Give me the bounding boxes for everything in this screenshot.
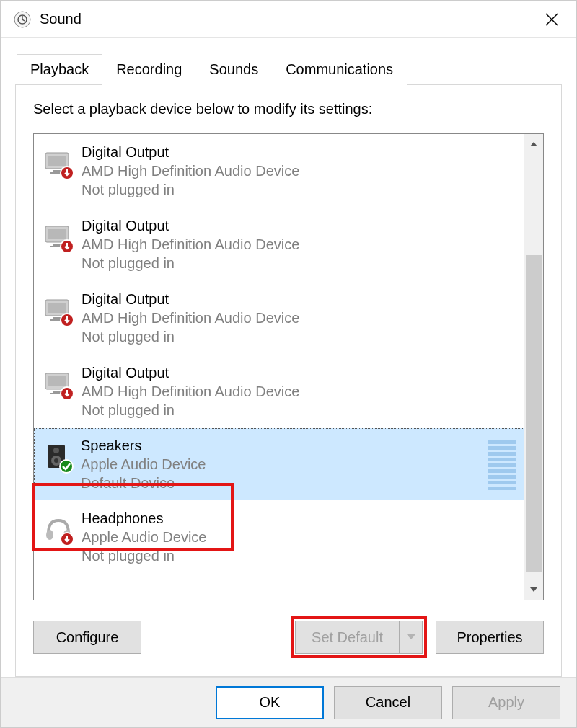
scroll-up-arrow[interactable]	[524, 134, 543, 154]
device-row[interactable]: Digital OutputAMD High Definition Audio …	[34, 134, 524, 208]
button-label: Apply	[488, 694, 524, 711]
device-list[interactable]: Digital OutputAMD High Definition Audio …	[34, 134, 524, 600]
highlight-annotation: Set Default	[291, 616, 427, 658]
device-driver: Apple Audio Device	[82, 528, 523, 546]
device-list-container: Digital OutputAMD High Definition Audio …	[33, 133, 544, 600]
playback-panel: Select a playback device below to modify…	[15, 84, 562, 677]
monitor-icon	[41, 294, 76, 329]
tab-label: Sounds	[209, 61, 258, 77]
properties-button[interactable]: Properties	[436, 621, 544, 654]
svg-point-27	[46, 530, 53, 540]
device-row[interactable]: HeadphonesApple Audio DeviceNot plugged …	[34, 500, 524, 574]
device-status: Not plugged in	[82, 546, 523, 565]
device-text: HeadphonesApple Audio DeviceNot plugged …	[82, 509, 523, 565]
tab-sounds[interactable]: Sounds	[195, 55, 272, 85]
instruction-text: Select a playback device below to modify…	[33, 101, 544, 117]
device-status: Not plugged in	[82, 327, 523, 346]
device-driver: Apple Audio Device	[81, 455, 482, 474]
svg-point-26	[60, 460, 73, 473]
panel-button-row: Configure Set Default Properties	[33, 616, 544, 658]
device-driver: AMD High Definition Audio Device	[82, 235, 523, 254]
ok-button[interactable]: OK	[216, 686, 324, 719]
scroll-thumb[interactable]	[526, 255, 542, 572]
svg-rect-8	[48, 229, 66, 239]
svg-rect-18	[48, 376, 66, 386]
apply-button[interactable]: Apply	[452, 686, 560, 719]
scroll-down-arrow[interactable]	[524, 580, 543, 600]
sound-dialog: Sound Playback Recording Sounds Communic…	[0, 0, 577, 728]
device-text: SpeakersApple Audio DeviceDefault Device	[81, 436, 482, 492]
dialog-footer: OK Cancel Apply	[1, 677, 576, 727]
speaker-icon	[40, 440, 75, 475]
set-default-dropdown[interactable]	[399, 621, 422, 653]
device-driver: AMD High Definition Audio Device	[82, 161, 523, 180]
svg-point-25	[54, 458, 58, 463]
tab-label: Playback	[30, 61, 89, 77]
device-name: Digital Output	[82, 363, 523, 382]
svg-rect-3	[48, 156, 66, 166]
device-status: Default Device	[81, 474, 482, 492]
button-label: Cancel	[366, 694, 410, 711]
device-row[interactable]: Digital OutputAMD High Definition Audio …	[34, 355, 524, 428]
tab-area: Playback Recording Sounds Communications…	[1, 38, 576, 677]
cancel-button[interactable]: Cancel	[334, 686, 442, 719]
button-label: OK	[260, 694, 281, 711]
svg-point-23	[53, 448, 59, 453]
tab-recording[interactable]: Recording	[102, 55, 195, 85]
scrollbar[interactable]	[524, 134, 543, 600]
dialog-title: Sound	[40, 11, 536, 27]
device-driver: AMD High Definition Audio Device	[82, 382, 523, 401]
device-text: Digital OutputAMD High Definition Audio …	[82, 216, 523, 272]
button-label: Configure	[56, 629, 119, 646]
monitor-icon	[41, 147, 76, 182]
tab-label: Recording	[116, 61, 182, 77]
device-text: Digital OutputAMD High Definition Audio …	[82, 143, 523, 199]
device-row[interactable]: SpeakersApple Audio DeviceDefault Device	[34, 428, 524, 500]
device-status: Not plugged in	[82, 254, 523, 272]
tab-label: Communications	[286, 61, 393, 77]
scroll-track[interactable]	[524, 154, 543, 580]
device-name: Speakers	[81, 436, 482, 455]
device-status: Not plugged in	[82, 180, 523, 199]
svg-rect-13	[48, 303, 66, 313]
device-driver: AMD High Definition Audio Device	[82, 308, 523, 327]
close-button[interactable]	[536, 4, 568, 35]
set-default-label: Set Default	[296, 621, 399, 653]
device-name: Digital Output	[82, 290, 523, 308]
button-label: Properties	[457, 629, 522, 646]
monitor-icon	[41, 368, 76, 402]
device-text: Digital OutputAMD High Definition Audio …	[82, 363, 523, 420]
device-text: Digital OutputAMD High Definition Audio …	[82, 290, 523, 346]
headphones-icon	[41, 513, 76, 548]
level-meter	[482, 440, 516, 490]
device-row[interactable]: Digital OutputAMD High Definition Audio …	[34, 208, 524, 281]
set-default-button[interactable]: Set Default	[295, 621, 423, 654]
device-name: Digital Output	[82, 143, 523, 161]
titlebar: Sound	[1, 1, 576, 38]
device-name: Digital Output	[82, 216, 523, 235]
configure-button[interactable]: Configure	[33, 621, 141, 654]
device-status: Not plugged in	[82, 401, 523, 420]
tab-playback[interactable]: Playback	[17, 54, 102, 84]
monitor-icon	[41, 221, 76, 255]
sound-icon	[14, 11, 31, 28]
tab-strip: Playback Recording Sounds Communications	[17, 54, 562, 84]
device-name: Headphones	[82, 509, 523, 528]
device-row[interactable]: Digital OutputAMD High Definition Audio …	[34, 281, 524, 355]
tab-communications[interactable]: Communications	[272, 55, 407, 85]
